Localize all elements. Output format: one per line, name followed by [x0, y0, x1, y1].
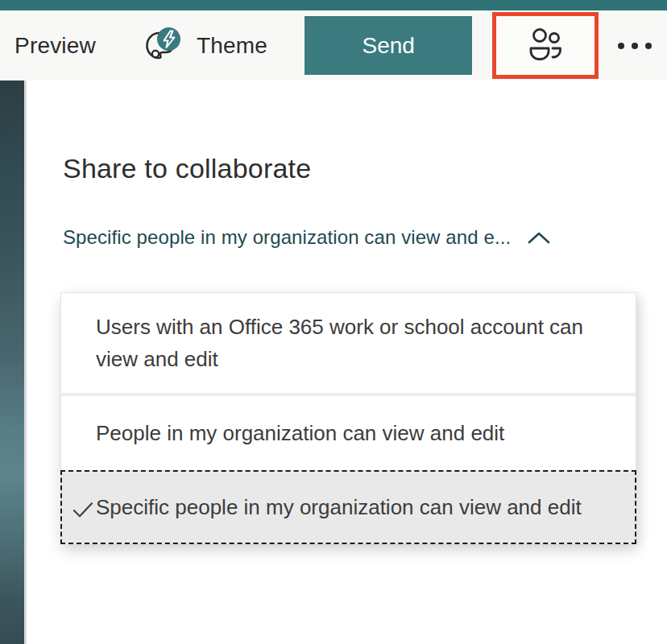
preview-button[interactable]: Preview — [14, 33, 96, 59]
toolbar: Preview Theme Send — [0, 10, 667, 80]
theme-button[interactable]: Theme — [142, 25, 267, 67]
ellipsis-icon — [618, 43, 652, 49]
menu-option-label: People in my organization can view and e… — [96, 417, 595, 449]
menu-option-label: Users with an Office 365 work or school … — [96, 311, 595, 375]
forms-share-screen: Preview Theme Send — [0, 0, 667, 644]
form-background-strip — [0, 80, 27, 644]
menu-option-label: Specific people in my organization can v… — [96, 491, 595, 523]
permission-dropdown-value: Specific people in my organization can v… — [63, 226, 511, 249]
more-options-button[interactable] — [610, 22, 660, 70]
share-panel: Share to collaborate Specific people in … — [29, 80, 667, 644]
collaborate-button[interactable] — [525, 27, 566, 64]
menu-option-organization[interactable]: People in my organization can view and e… — [61, 393, 636, 470]
checkmark-icon — [72, 502, 93, 518]
menu-option-office365[interactable]: Users with an Office 365 work or school … — [61, 293, 636, 393]
permission-menu: Users with an Office 365 work or school … — [60, 292, 636, 544]
collaborate-button-highlight — [492, 12, 599, 79]
menu-option-specific-people[interactable]: Specific people in my organization can v… — [60, 470, 636, 544]
page-title: Share to collaborate — [63, 153, 667, 184]
theme-button-label: Theme — [197, 33, 267, 59]
top-accent-bar — [0, 0, 667, 10]
theme-palette-lightning-icon — [142, 25, 185, 67]
permission-dropdown[interactable]: Specific people in my organization can v… — [63, 226, 551, 249]
chevron-up-icon — [527, 231, 551, 245]
people-icon — [525, 27, 566, 64]
send-button[interactable]: Send — [304, 16, 472, 75]
